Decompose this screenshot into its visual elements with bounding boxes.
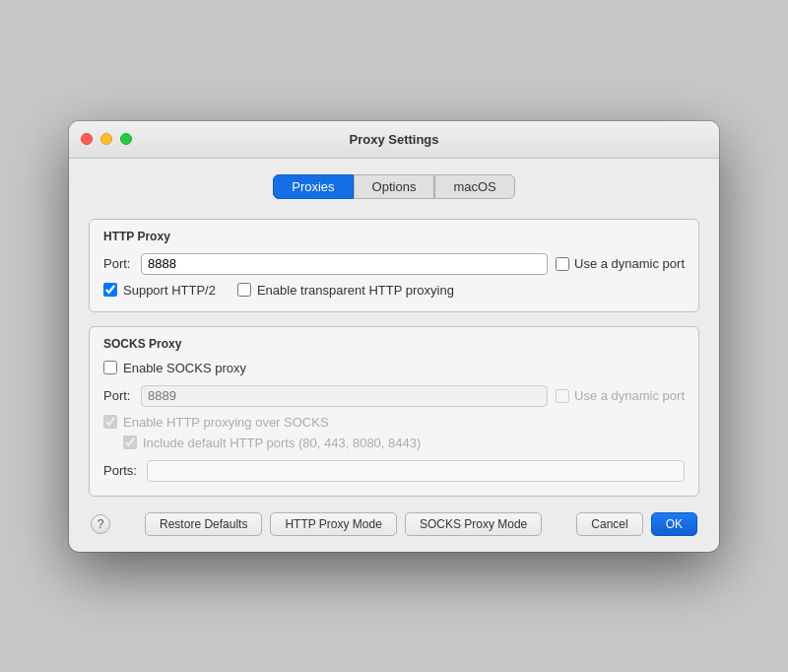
http-port-input[interactable] (141, 253, 548, 275)
titlebar: Proxy Settings (69, 121, 719, 159)
http-over-socks-row: Enable HTTP proxying over SOCKS (103, 415, 685, 430)
tab-bar: Proxies Options macOS (89, 174, 699, 199)
enable-socks-row: Enable SOCKS proxy (103, 361, 685, 375)
window-content: Proxies Options macOS HTTP Proxy Port: U… (69, 159, 719, 552)
http-port-label: Port: (103, 256, 133, 271)
window-title: Proxy Settings (349, 132, 438, 147)
traffic-lights (81, 133, 132, 145)
socks-port-input[interactable] (141, 385, 548, 407)
http-proxy-section: HTTP Proxy Port: Use a dynamic port Supp… (89, 219, 699, 312)
help-button[interactable]: ? (91, 514, 110, 534)
include-ports-checkbox[interactable] (123, 436, 137, 449)
socks-port-label: Port: (103, 388, 133, 403)
tab-macos[interactable]: macOS (434, 174, 514, 199)
http-over-socks-checkbox[interactable] (103, 415, 117, 429)
bottom-bar: ? Restore Defaults HTTP Proxy Mode SOCKS… (89, 512, 699, 536)
socks-dynamic-port-label: Use a dynamic port (556, 388, 685, 403)
http-proxy-title: HTTP Proxy (103, 230, 685, 243)
tab-proxies[interactable]: Proxies (273, 174, 353, 199)
http-dynamic-port-label[interactable]: Use a dynamic port (556, 256, 685, 271)
http-proxy-mode-button[interactable]: HTTP Proxy Mode (270, 512, 396, 536)
socks-ports-label: Ports: (103, 463, 139, 478)
http-dynamic-port-checkbox[interactable] (556, 257, 569, 271)
socks-proxy-title: SOCKS Proxy (103, 337, 685, 351)
http-checkboxes-row: Support HTTP/2 Enable transparent HTTP p… (103, 283, 685, 298)
transparent-proxying-label[interactable]: Enable transparent HTTP proxying (237, 283, 454, 298)
enable-socks-checkbox[interactable] (103, 361, 117, 374)
socks-dynamic-port-checkbox[interactable] (556, 389, 569, 403)
enable-socks-label[interactable]: Enable SOCKS proxy (103, 361, 246, 375)
cancel-button[interactable]: Cancel (576, 512, 642, 536)
include-ports-row: Include default HTTP ports (80, 443, 808… (123, 436, 685, 450)
maximize-button[interactable] (120, 133, 132, 145)
socks-port-row: Port: Use a dynamic port (103, 385, 685, 407)
dialog-buttons: Cancel OK (576, 512, 697, 536)
socks-ports-row: Ports: (103, 460, 685, 482)
socks-proxy-section: SOCKS Proxy Enable SOCKS proxy Port: Use… (89, 326, 699, 497)
tab-options[interactable]: Options (354, 174, 435, 199)
minimize-button[interactable] (100, 133, 112, 145)
socks-proxy-mode-button[interactable]: SOCKS Proxy Mode (405, 512, 542, 536)
http-over-socks-label: Enable HTTP proxying over SOCKS (103, 415, 329, 430)
include-ports-label: Include default HTTP ports (80, 443, 808… (123, 436, 421, 450)
proxy-settings-window: Proxy Settings Proxies Options macOS HTT… (69, 121, 719, 552)
transparent-proxying-checkbox[interactable] (237, 283, 251, 297)
support-http2-checkbox[interactable] (103, 283, 117, 297)
support-http2-label[interactable]: Support HTTP/2 (103, 283, 216, 298)
close-button[interactable] (81, 133, 93, 145)
ok-button[interactable]: OK (651, 512, 697, 536)
http-port-row: Port: Use a dynamic port (103, 253, 685, 275)
socks-ports-input[interactable] (147, 460, 685, 482)
action-buttons: Restore Defaults HTTP Proxy Mode SOCKS P… (145, 512, 542, 536)
restore-defaults-button[interactable]: Restore Defaults (145, 512, 262, 536)
